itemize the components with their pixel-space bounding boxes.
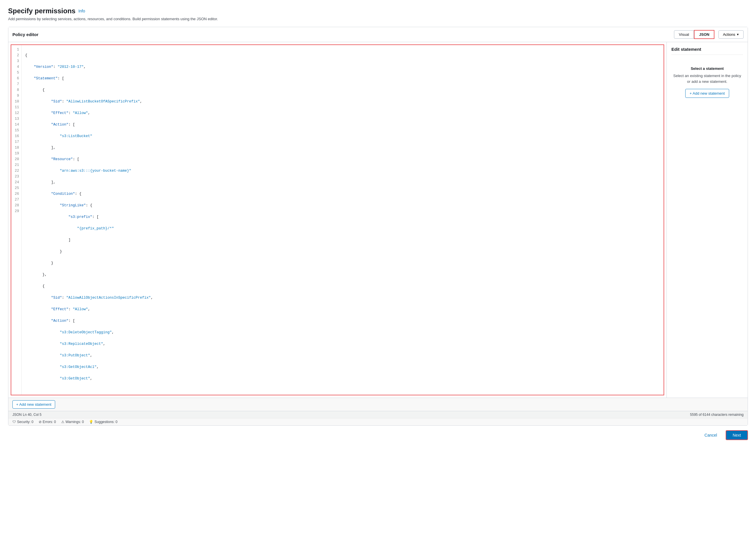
tab-actions-group: Visual JSON Actions ▼ [674,30,743,39]
tab-visual[interactable]: Visual [674,30,694,39]
actions-label: Actions [723,32,735,37]
add-new-statement-right-button[interactable]: + Add new statement [685,89,729,98]
security-item-security: 🛡 Security: 0 [13,420,34,424]
warnings-label: Warnings: 0 [66,420,84,424]
security-label: Security: 0 [17,420,34,424]
error-icon: ⊘ [39,420,42,424]
status-bar: JSON Ln 40, Col 5 5595 of 6144 character… [8,411,748,418]
page-header: Specify permissions Info Add permissions… [8,7,748,21]
status-position: Ln 40, Col 5 [23,413,42,417]
actions-button[interactable]: Actions ▼ [718,30,743,39]
code-editor[interactable]: 12345 678910 1112131415 1617181920 21222… [11,45,664,395]
code-content[interactable]: { "Version": "2012-10-17", "Statement": … [22,45,664,395]
select-statement-desc: Select an existing statement in the poli… [671,73,743,84]
editor-footer: + Add new statement [8,398,748,411]
page-title-row: Specify permissions Info [8,7,748,15]
policy-editor-title: Policy editor [13,32,38,37]
tab-group: Visual JSON [674,30,715,39]
page-container: Specify permissions Info Add permissions… [8,7,748,440]
security-item-warnings: ⚠ Warnings: 0 [61,420,84,424]
add-new-statement-bottom-button[interactable]: + Add new statement [13,400,55,408]
next-button[interactable]: Next [726,430,748,440]
security-item-errors: ⊘ Errors: 0 [39,420,56,424]
chevron-down-icon: ▼ [736,33,739,36]
status-bar-left: JSON Ln 40, Col 5 [13,413,42,417]
page-description: Add permissions by selecting services, a… [8,17,748,21]
right-panel: Edit statement Select a statement Select… [667,42,748,398]
code-editor-border: 12345 678910 1112131415 1617181920 21222… [11,44,664,395]
status-chars-remaining: 5595 of 6144 characters remaining [690,413,743,417]
security-bar: 🛡 Security: 0 ⊘ Errors: 0 ⚠ Warnings: 0 … [8,418,748,425]
page-title: Specify permissions [8,7,76,15]
editor-body: 12345 678910 1112131415 1617181920 21222… [8,42,748,398]
policy-editor-header: Policy editor Visual JSON Actions ▼ [8,27,748,42]
status-format: JSON [13,413,22,417]
select-statement-title: Select a statement [671,66,743,71]
policy-editor-section: Policy editor Visual JSON Actions ▼ 1234… [8,27,748,426]
line-numbers: 12345 678910 1112131415 1617181920 21222… [11,45,22,395]
code-editor-panel: 12345 678910 1112131415 1617181920 21222… [8,42,667,398]
errors-label: Errors: 0 [43,420,56,424]
select-statement-box: Select a statement Select an existing st… [671,66,743,98]
shield-icon: 🛡 [13,420,16,424]
bottom-actions: Cancel Next [8,426,748,440]
security-item-suggestions: 💡 Suggestions: 0 [89,420,117,424]
suggestions-label: Suggestions: 0 [94,420,117,424]
cancel-button[interactable]: Cancel [699,431,722,439]
warning-icon: ⚠ [61,420,64,424]
tab-json[interactable]: JSON [694,30,714,39]
info-link[interactable]: Info [78,9,85,13]
suggestion-icon: 💡 [89,420,93,424]
right-panel-title: Edit statement [671,47,743,55]
